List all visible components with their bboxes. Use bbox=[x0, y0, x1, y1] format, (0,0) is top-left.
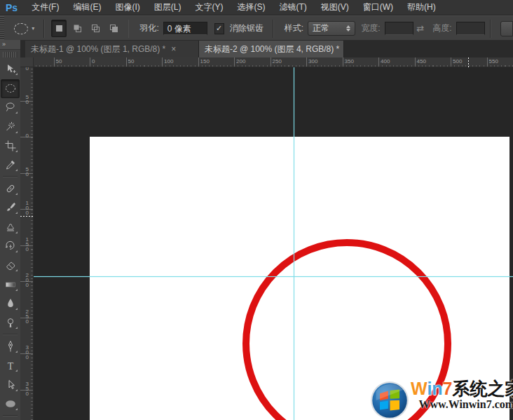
ruler-label: 1 5 0 bbox=[22, 236, 29, 251]
crop-tool[interactable] bbox=[0, 137, 20, 156]
style-dropdown[interactable]: 正常 bbox=[308, 21, 355, 36]
ruler-label: 250 bbox=[273, 58, 282, 65]
ruler-label: 5 0 bbox=[22, 95, 29, 104]
vertical-guide[interactable] bbox=[294, 67, 294, 420]
add-to-selection-button[interactable] bbox=[69, 20, 85, 37]
ruler-major-tick bbox=[451, 57, 451, 67]
subtract-from-selection-icon bbox=[90, 23, 101, 34]
chevron-down-icon: ▾ bbox=[32, 25, 34, 32]
ellipse-shape-tool[interactable] bbox=[0, 395, 20, 414]
history-brush-tool[interactable] bbox=[0, 237, 20, 256]
blur-tool-icon bbox=[4, 297, 17, 310]
move-tool-icon bbox=[4, 63, 17, 76]
watermark-title: Win7系统之家 bbox=[411, 379, 513, 398]
menu-view[interactable]: 视图(V) bbox=[314, 0, 356, 15]
ruler-label: 3 0 0 bbox=[22, 345, 29, 360]
antialias-checkbox[interactable]: ✓ bbox=[214, 23, 224, 34]
menu-help[interactable]: 帮助(H) bbox=[400, 0, 443, 15]
ruler-label: 0 bbox=[92, 58, 95, 65]
current-tool-button[interactable]: ▾ bbox=[10, 23, 39, 34]
ruler-label: 2 5 0 bbox=[22, 309, 29, 323]
document-tab-bar: 未标题-1 @ 100% (图层 1, RGB/8) * × 未标题-2 @ 1… bbox=[20, 40, 513, 57]
width-input[interactable] bbox=[385, 22, 414, 35]
canvas[interactable] bbox=[90, 137, 509, 420]
menu-layer[interactable]: 图层(L) bbox=[147, 0, 189, 15]
ruler-label: 3 5 0 bbox=[22, 381, 29, 395]
type-tool[interactable]: T bbox=[0, 356, 20, 375]
ruler-major-tick bbox=[378, 57, 379, 67]
pasteboard[interactable] bbox=[34, 67, 513, 420]
eyedropper-tool[interactable] bbox=[0, 156, 20, 175]
divider bbox=[128, 20, 130, 38]
elliptical-marquee-tool-icon bbox=[4, 82, 17, 95]
svg-text:T: T bbox=[7, 360, 13, 371]
ruler-label: 450 bbox=[417, 58, 426, 65]
menu-filter[interactable]: 滤镜(T) bbox=[272, 0, 313, 15]
ruler-label: 2 0 0 bbox=[22, 273, 29, 287]
collapse-panel-button[interactable]: » bbox=[0, 40, 20, 50]
tab-label: 未标题-2 @ 100% (图层 4, RGB/8) * bbox=[205, 43, 339, 55]
horizontal-guide[interactable] bbox=[34, 276, 513, 277]
ruler-major-tick bbox=[415, 57, 416, 67]
height-label: 高度: bbox=[432, 22, 451, 34]
height-input[interactable] bbox=[456, 22, 486, 35]
brush-tool[interactable] bbox=[0, 198, 20, 217]
feather-input[interactable]: 0 像素 bbox=[163, 22, 207, 35]
elliptical-marquee-tool[interactable] bbox=[0, 79, 20, 97]
add-to-selection-icon bbox=[72, 23, 83, 34]
ruler-label: 550 bbox=[489, 58, 498, 65]
pen-tool[interactable] bbox=[0, 337, 20, 355]
horizontal-ruler[interactable]: 50050100150200250300350400450500550 bbox=[34, 57, 513, 67]
swap-dimensions-icon[interactable]: ⇄ bbox=[416, 23, 424, 34]
lasso-tool[interactable] bbox=[0, 98, 20, 117]
antialias-label: 消除锯齿 bbox=[230, 22, 264, 34]
magic-wand-tool[interactable] bbox=[0, 117, 20, 136]
ruler-label: 150 bbox=[200, 58, 210, 65]
menu-select[interactable]: 选择(S) bbox=[230, 0, 272, 15]
ruler-major-tick bbox=[234, 57, 235, 67]
document-tab-untitled-2[interactable]: 未标题-2 @ 100% (图层 4, RGB/8) * × bbox=[199, 41, 344, 57]
ruler-major-tick bbox=[54, 57, 55, 67]
ruler-corner[interactable] bbox=[20, 57, 34, 67]
style-value: 正常 bbox=[313, 22, 346, 34]
tool-preset-button[interactable] bbox=[500, 21, 513, 36]
document-tab-untitled-1[interactable]: 未标题-1 @ 100% (图层 1, RGB/8) * × bbox=[25, 41, 199, 57]
windows-logo-badge bbox=[370, 381, 409, 420]
ruler-label: 200 bbox=[236, 58, 245, 65]
vertical-ruler[interactable]: 1 0 05 005 01 0 01 5 02 0 02 5 03 0 03 5… bbox=[20, 67, 34, 420]
ruler-label: 350 bbox=[345, 58, 354, 65]
menu-edit[interactable]: 编辑(E) bbox=[66, 0, 108, 15]
dodge-tool[interactable] bbox=[0, 313, 20, 332]
options-grip[interactable] bbox=[0, 16, 4, 41]
subtract-from-selection-button[interactable] bbox=[88, 20, 103, 37]
clone-stamp-tool[interactable] bbox=[0, 217, 20, 236]
move-tool[interactable] bbox=[0, 60, 20, 79]
type-tool-icon: T bbox=[4, 360, 17, 372]
ruler-label: 1 0 0 bbox=[22, 67, 29, 71]
ruler-major-tick bbox=[90, 57, 90, 67]
blur-tool[interactable] bbox=[0, 294, 20, 313]
eraser-tool[interactable] bbox=[0, 256, 20, 275]
ruler-label: 300 bbox=[308, 58, 317, 65]
ruler-label: 400 bbox=[381, 58, 390, 65]
tool-options-bar: ▾ 羽化: 0 像素 ✓ 消除锯齿 样式: 正常 宽度: ⇄ 高度: bbox=[0, 15, 513, 41]
divider bbox=[43, 20, 45, 38]
menu-file[interactable]: 文件(F) bbox=[25, 0, 66, 15]
close-icon[interactable]: × bbox=[171, 44, 176, 54]
watermark-url: Www.Winwin7.com bbox=[411, 398, 513, 412]
gradient-tool[interactable] bbox=[0, 275, 20, 294]
spot-healing-brush-tool-icon bbox=[4, 182, 17, 195]
new-selection-button[interactable] bbox=[51, 20, 67, 37]
menu-window[interactable]: 窗口(W) bbox=[356, 0, 400, 15]
divider bbox=[273, 20, 274, 38]
panel-grip[interactable] bbox=[3, 52, 18, 57]
divider bbox=[3, 334, 18, 335]
photoshop-logo: Ps bbox=[0, 2, 25, 13]
menu-type[interactable]: 文字(Y) bbox=[188, 0, 230, 15]
intersect-selection-button[interactable] bbox=[106, 20, 121, 37]
photoshop-window: Ps 文件(F) 编辑(E) 图像(I) 图层(L) 文字(Y) 选择(S) 滤… bbox=[0, 0, 513, 420]
path-selection-tool[interactable] bbox=[0, 375, 20, 394]
spot-healing-brush-tool[interactable] bbox=[0, 179, 20, 198]
menu-image[interactable]: 图像(I) bbox=[108, 0, 146, 15]
tab-label: 未标题-1 @ 100% (图层 1, RGB/8) * bbox=[31, 43, 165, 55]
